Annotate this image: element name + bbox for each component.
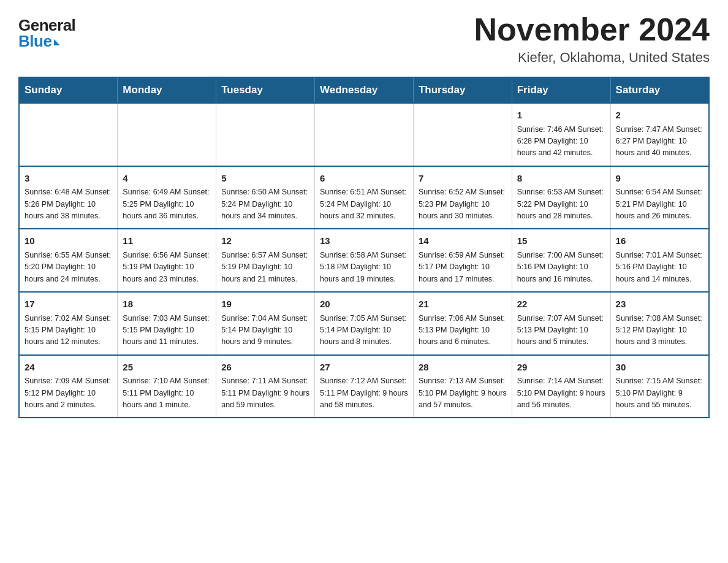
day-number: 22 (517, 297, 605, 312)
calendar-day-header: Thursday (413, 77, 512, 103)
calendar-day-cell: 30Sunrise: 7:15 AM Sunset: 5:10 PM Dayli… (610, 355, 709, 418)
day-info: Sunrise: 7:09 AM Sunset: 5:12 PM Dayligh… (25, 375, 112, 411)
day-info: Sunrise: 6:58 AM Sunset: 5:18 PM Dayligh… (320, 250, 408, 285)
day-info: Sunrise: 7:08 AM Sunset: 5:12 PM Dayligh… (616, 313, 703, 348)
calendar-table: SundayMondayTuesdayWednesdayThursdayFrid… (18, 77, 710, 418)
day-info: Sunrise: 7:07 AM Sunset: 5:13 PM Dayligh… (517, 313, 605, 348)
day-info: Sunrise: 7:06 AM Sunset: 5:13 PM Dayligh… (419, 313, 507, 348)
calendar-week-row: 3Sunrise: 6:48 AM Sunset: 5:26 PM Daylig… (19, 166, 709, 229)
day-number: 30 (616, 361, 703, 375)
day-number: 26 (221, 361, 309, 375)
day-info: Sunrise: 6:56 AM Sunset: 5:19 PM Dayligh… (123, 250, 211, 285)
day-info: Sunrise: 6:54 AM Sunset: 5:21 PM Dayligh… (616, 186, 703, 222)
calendar-day-cell: 6Sunrise: 6:51 AM Sunset: 5:24 PM Daylig… (315, 166, 414, 229)
calendar-day-cell: 15Sunrise: 7:00 AM Sunset: 5:16 PM Dayli… (512, 229, 610, 292)
day-number: 24 (25, 361, 112, 375)
day-info: Sunrise: 7:02 AM Sunset: 5:15 PM Dayligh… (25, 313, 112, 348)
day-info: Sunrise: 7:01 AM Sunset: 5:16 PM Dayligh… (616, 250, 703, 285)
day-info: Sunrise: 7:15 AM Sunset: 5:10 PM Dayligh… (616, 375, 703, 411)
calendar-day-cell (19, 103, 118, 166)
calendar-day-cell: 21Sunrise: 7:06 AM Sunset: 5:13 PM Dayli… (413, 292, 512, 355)
day-number: 2 (616, 109, 703, 123)
day-info: Sunrise: 7:12 AM Sunset: 5:11 PM Dayligh… (320, 375, 408, 411)
day-info: Sunrise: 7:10 AM Sunset: 5:11 PM Dayligh… (123, 375, 211, 411)
calendar-day-cell: 10Sunrise: 6:55 AM Sunset: 5:20 PM Dayli… (19, 229, 118, 292)
day-info: Sunrise: 6:53 AM Sunset: 5:22 PM Dayligh… (517, 186, 605, 222)
day-info: Sunrise: 7:03 AM Sunset: 5:15 PM Dayligh… (123, 313, 211, 348)
logo-blue-row: Blue (18, 33, 60, 49)
calendar-day-cell: 12Sunrise: 6:57 AM Sunset: 5:19 PM Dayli… (216, 229, 315, 292)
calendar-day-cell: 29Sunrise: 7:14 AM Sunset: 5:10 PM Dayli… (512, 355, 610, 418)
calendar-day-cell: 9Sunrise: 6:54 AM Sunset: 5:21 PM Daylig… (610, 166, 709, 229)
calendar-day-cell: 8Sunrise: 6:53 AM Sunset: 5:22 PM Daylig… (512, 166, 610, 229)
day-number: 25 (123, 361, 211, 375)
day-number: 9 (616, 172, 703, 186)
calendar-day-header: Saturday (610, 77, 709, 103)
calendar-day-cell: 5Sunrise: 6:50 AM Sunset: 5:24 PM Daylig… (216, 166, 315, 229)
calendar-header-row: SundayMondayTuesdayWednesdayThursdayFrid… (19, 77, 709, 103)
calendar-day-cell: 20Sunrise: 7:05 AM Sunset: 5:14 PM Dayli… (315, 292, 414, 355)
day-number: 3 (25, 172, 112, 186)
day-info: Sunrise: 6:55 AM Sunset: 5:20 PM Dayligh… (25, 250, 112, 285)
calendar-day-cell: 19Sunrise: 7:04 AM Sunset: 5:14 PM Dayli… (216, 292, 315, 355)
day-number: 16 (616, 234, 703, 248)
day-number: 18 (123, 297, 211, 312)
calendar-day-cell: 13Sunrise: 6:58 AM Sunset: 5:18 PM Dayli… (315, 229, 414, 292)
calendar-day-cell (315, 103, 414, 166)
day-number: 15 (517, 234, 605, 248)
calendar-day-header: Monday (118, 77, 216, 103)
day-number: 20 (320, 297, 408, 312)
calendar-day-cell: 7Sunrise: 6:52 AM Sunset: 5:23 PM Daylig… (413, 166, 512, 229)
calendar-week-row: 10Sunrise: 6:55 AM Sunset: 5:20 PM Dayli… (19, 229, 709, 292)
calendar-body: 1Sunrise: 7:46 AM Sunset: 6:28 PM Daylig… (19, 103, 709, 418)
calendar-week-row: 24Sunrise: 7:09 AM Sunset: 5:12 PM Dayli… (19, 355, 709, 418)
day-number: 13 (320, 234, 408, 248)
day-number: 8 (517, 172, 605, 186)
calendar-day-cell: 3Sunrise: 6:48 AM Sunset: 5:26 PM Daylig… (19, 166, 118, 229)
calendar-day-cell: 24Sunrise: 7:09 AM Sunset: 5:12 PM Dayli… (19, 355, 118, 418)
day-info: Sunrise: 7:14 AM Sunset: 5:10 PM Dayligh… (517, 375, 605, 411)
day-info: Sunrise: 7:00 AM Sunset: 5:16 PM Dayligh… (517, 250, 605, 285)
day-number: 7 (419, 172, 507, 186)
day-number: 12 (221, 234, 309, 248)
logo-general-text: General (18, 17, 75, 33)
day-info: Sunrise: 7:46 AM Sunset: 6:28 PM Dayligh… (517, 124, 605, 159)
day-info: Sunrise: 6:50 AM Sunset: 5:24 PM Dayligh… (221, 186, 309, 222)
day-number: 27 (320, 361, 408, 375)
calendar-day-cell (413, 103, 512, 166)
calendar-day-cell: 14Sunrise: 6:59 AM Sunset: 5:17 PM Dayli… (413, 229, 512, 292)
day-number: 29 (517, 361, 605, 375)
calendar-day-cell: 16Sunrise: 7:01 AM Sunset: 5:16 PM Dayli… (610, 229, 709, 292)
day-info: Sunrise: 6:52 AM Sunset: 5:23 PM Dayligh… (419, 186, 507, 222)
calendar-day-cell: 17Sunrise: 7:02 AM Sunset: 5:15 PM Dayli… (19, 292, 118, 355)
day-info: Sunrise: 6:59 AM Sunset: 5:17 PM Dayligh… (419, 250, 507, 285)
calendar-day-cell: 25Sunrise: 7:10 AM Sunset: 5:11 PM Dayli… (118, 355, 216, 418)
day-number: 10 (25, 234, 112, 248)
day-info: Sunrise: 7:47 AM Sunset: 6:27 PM Dayligh… (616, 124, 703, 159)
calendar-day-cell (118, 103, 216, 166)
title-section: November 2024 Kiefer, Oklahoma, United S… (474, 12, 710, 66)
calendar-day-header: Tuesday (216, 77, 315, 103)
day-info: Sunrise: 6:48 AM Sunset: 5:26 PM Dayligh… (25, 186, 112, 222)
day-number: 4 (123, 172, 211, 186)
page-header: General Blue November 2024 Kiefer, Oklah… (18, 12, 710, 66)
day-info: Sunrise: 7:13 AM Sunset: 5:10 PM Dayligh… (419, 375, 507, 411)
day-info: Sunrise: 6:51 AM Sunset: 5:24 PM Dayligh… (320, 186, 408, 222)
calendar-day-header: Wednesday (315, 77, 414, 103)
location-subtitle: Kiefer, Oklahoma, United States (474, 50, 710, 66)
day-number: 1 (517, 109, 605, 123)
calendar-day-cell: 4Sunrise: 6:49 AM Sunset: 5:25 PM Daylig… (118, 166, 216, 229)
calendar-day-cell: 28Sunrise: 7:13 AM Sunset: 5:10 PM Dayli… (413, 355, 512, 418)
month-year-title: November 2024 (474, 12, 710, 47)
day-number: 28 (419, 361, 507, 375)
day-number: 17 (25, 297, 112, 312)
day-info: Sunrise: 7:05 AM Sunset: 5:14 PM Dayligh… (320, 313, 408, 348)
calendar-day-cell: 11Sunrise: 6:56 AM Sunset: 5:19 PM Dayli… (118, 229, 216, 292)
calendar-week-row: 1Sunrise: 7:46 AM Sunset: 6:28 PM Daylig… (19, 103, 709, 166)
day-info: Sunrise: 6:49 AM Sunset: 5:25 PM Dayligh… (123, 186, 211, 222)
calendar-day-cell (216, 103, 315, 166)
day-number: 5 (221, 172, 309, 186)
logo: General Blue (18, 12, 75, 49)
calendar-day-header: Sunday (19, 77, 118, 103)
day-number: 14 (419, 234, 507, 248)
